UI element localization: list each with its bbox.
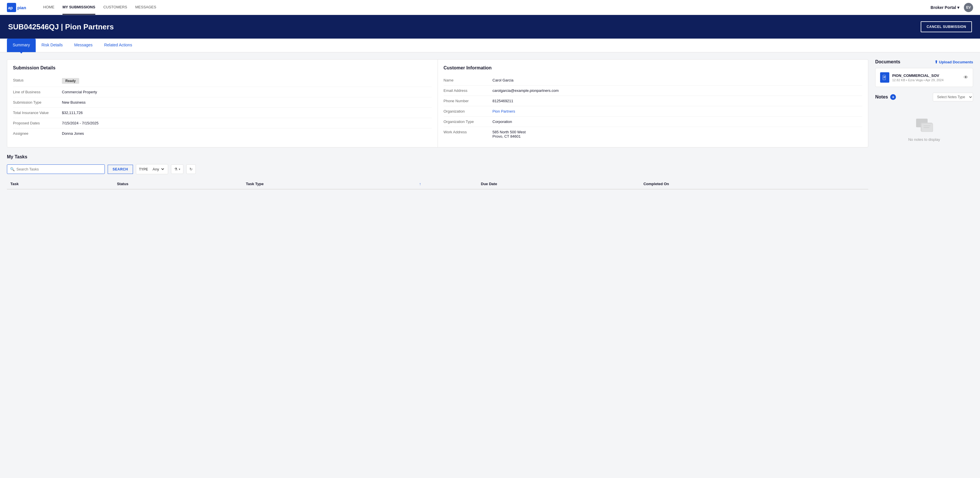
nav-link-messages[interactable]: MESSAGES: [135, 0, 156, 15]
submission-details-rows: Status Ready Line of Business Commercial…: [13, 75, 432, 139]
document-info: PION_COMMERCIAL_SOV 12.82 KB • Ezra Vega…: [892, 73, 961, 82]
label-address: Work Address: [444, 130, 493, 139]
col-completed-on: Completed On: [640, 179, 868, 189]
label-name: Name: [444, 78, 493, 82]
col-due-date: Due Date: [477, 179, 640, 189]
add-note-button[interactable]: +: [890, 94, 896, 100]
tasks-title: My Tasks: [7, 155, 868, 159]
nav-link-home[interactable]: HOME: [43, 0, 54, 15]
doc-file-icon: [880, 72, 889, 83]
notes-section: Notes + Select Notes Type: [875, 93, 973, 153]
label-assignee: Assignee: [13, 131, 62, 135]
type-filter-wrapper: TYPE Any: [136, 164, 168, 174]
header-banner: SUB042546QJ | Pion Partners CANCEL SUBMI…: [0, 15, 980, 38]
page-title: SUB042546QJ | Pion Partners: [8, 22, 114, 31]
col-task-type: Task Type: [242, 179, 416, 189]
left-column: Submission Details Status Ready Line of …: [7, 59, 868, 190]
value-lob: Commercial Property: [62, 90, 97, 94]
type-select[interactable]: Any: [150, 164, 165, 174]
svg-rect-3: [883, 75, 886, 80]
documents-header: Documents ⬆ Upload Documents: [875, 59, 973, 64]
label-email: Email Address: [444, 88, 493, 93]
value-dates: 7/15/2024 - 7/15/2025: [62, 121, 99, 125]
notes-title-row: Notes +: [875, 94, 896, 100]
filter-button[interactable]: ⚗ ▾: [171, 164, 183, 174]
svg-text:pian: pian: [17, 5, 26, 10]
tab-risk-details[interactable]: Risk Details: [36, 38, 68, 52]
app-logo[interactable]: ap pian: [7, 3, 33, 12]
tab-related-actions[interactable]: Related Actions: [99, 38, 138, 52]
document-eye-icon[interactable]: 👁: [964, 75, 968, 80]
documents-section: Documents ⬆ Upload Documents PION_COM: [875, 59, 973, 87]
detail-row-assignee: Assignee Donna Jones: [13, 128, 432, 139]
type-label: TYPE: [139, 167, 148, 171]
upload-documents-link[interactable]: ⬆ Upload Documents: [934, 60, 973, 64]
refresh-icon: ↻: [189, 167, 192, 171]
detail-row-status: Status Ready: [13, 75, 432, 87]
document-item: PION_COMMERCIAL_SOV 12.82 KB • Ezra Vega…: [875, 68, 973, 87]
tasks-table: Task Status Task Type ↑ Due Date Complet…: [7, 179, 868, 190]
notes-empty-icon: [915, 116, 933, 133]
value-org[interactable]: Pion Partners: [493, 109, 515, 113]
detail-row-dates: Proposed Dates 7/15/2024 - 7/15/2025: [13, 118, 432, 128]
label-status: Status: [13, 78, 62, 84]
notes-header: Notes + Select Notes Type: [875, 93, 973, 101]
notes-title: Notes: [875, 94, 888, 100]
label-sub-type: Submission Type: [13, 100, 62, 105]
search-input-wrapper[interactable]: 🔍: [7, 164, 105, 174]
nav-link-my-submissions[interactable]: MY SUBMISSIONS: [62, 0, 95, 15]
nav-right: Broker Portal ▾ EV: [931, 3, 973, 12]
label-dates: Proposed Dates: [13, 121, 62, 125]
search-button[interactable]: SEARCH: [108, 165, 133, 174]
label-lob: Line of Business: [13, 90, 62, 94]
col-task: Task: [7, 179, 113, 189]
customer-info-title: Customer Information: [444, 65, 862, 70]
value-address: 585 North 500 West Provo, CT 84601: [493, 130, 526, 139]
detail-row-tiv: Total Insurance Value $32,111,726: [13, 108, 432, 118]
detail-row-org: Organization Pion Partners: [444, 106, 862, 116]
col-status: Status: [113, 179, 242, 189]
main-content: Submission Details Status Ready Line of …: [0, 53, 980, 196]
label-tiv: Total Insurance Value: [13, 111, 62, 115]
nav-bar: ap pian HOME MY SUBMISSIONS CUSTOMERS ME…: [0, 0, 980, 15]
tab-bar: Summary Risk Details Messages Related Ac…: [0, 38, 980, 53]
status-badge: Ready: [62, 78, 79, 84]
user-avatar[interactable]: EV: [964, 3, 973, 12]
col-sort[interactable]: ↑: [416, 179, 477, 189]
search-tasks-input[interactable]: [16, 165, 102, 174]
value-tiv: $32,111,726: [62, 111, 83, 115]
document-meta: 12.82 KB • Ezra Vega • Apr 29, 2024: [892, 78, 961, 82]
broker-portal-menu[interactable]: Broker Portal ▾: [931, 5, 959, 10]
tab-summary[interactable]: Summary: [7, 38, 36, 52]
search-icon: 🔍: [10, 167, 15, 171]
detail-row-email: Email Address carolgarcia@example.pionpa…: [444, 86, 862, 96]
value-name: Carol Garcia: [493, 78, 514, 82]
value-status: Ready: [62, 78, 79, 84]
nav-link-customers[interactable]: CUSTOMERS: [103, 0, 127, 15]
nav-links: HOME MY SUBMISSIONS CUSTOMERS MESSAGES: [43, 0, 931, 15]
customer-info-panel: Customer Information Name Carol Garcia E…: [438, 60, 868, 147]
tasks-search-bar: 🔍 SEARCH TYPE Any ⚗ ▾ ↻: [7, 164, 868, 174]
tab-messages[interactable]: Messages: [68, 38, 99, 52]
cancel-submission-button[interactable]: CANCEL SUBMISSION: [921, 21, 972, 32]
label-org: Organization: [444, 109, 493, 113]
label-org-type: Organization Type: [444, 120, 493, 124]
submission-details-panel: Submission Details Status Ready Line of …: [7, 60, 438, 147]
notes-type-select[interactable]: Select Notes Type: [933, 93, 973, 101]
detail-row-phone: Phone Number 8125469211: [444, 96, 862, 106]
value-org-type: Corporation: [493, 120, 512, 124]
upload-icon: ⬆: [934, 60, 938, 64]
label-phone: Phone Number: [444, 99, 493, 103]
tasks-section: My Tasks 🔍 SEARCH TYPE Any ⚗ ▾: [7, 155, 868, 190]
value-phone: 8125469211: [493, 99, 513, 103]
documents-title: Documents: [875, 59, 900, 64]
detail-row-lob: Line of Business Commercial Property: [13, 87, 432, 97]
value-sub-type: New Business: [62, 100, 86, 105]
svg-text:ap: ap: [8, 5, 13, 10]
detail-row-org-type: Organization Type Corporation: [444, 116, 862, 127]
value-assignee: Donna Jones: [62, 131, 84, 135]
notes-empty-message: No notes to display: [908, 137, 940, 142]
refresh-button[interactable]: ↻: [186, 164, 196, 174]
detail-row-address: Work Address 585 North 500 West Provo, C…: [444, 127, 862, 142]
notes-empty-state: No notes to display: [875, 105, 973, 153]
